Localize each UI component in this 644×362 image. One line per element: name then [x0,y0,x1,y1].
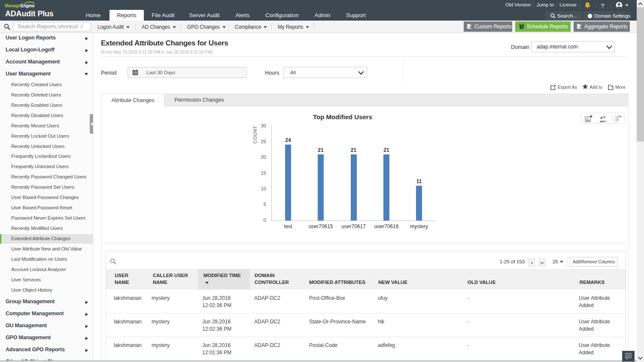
svg-text:!: ! [587,3,588,7]
